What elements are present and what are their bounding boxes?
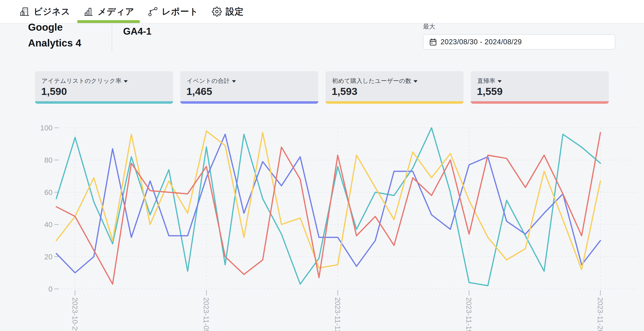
- x-axis-label: 2023-11-12: [334, 297, 342, 331]
- y-axis-label: 60: [44, 188, 52, 196]
- series-line-0: [56, 128, 600, 286]
- y-axis-label: 20: [44, 252, 52, 261]
- y-axis-label: 100: [40, 124, 52, 132]
- page: ビジネス メディア レポート 設定 Google Analytics 4 GA4…: [0, 0, 644, 331]
- x-axis-label: 2023-11-19: [465, 297, 473, 331]
- series-line-3: [56, 133, 600, 284]
- y-axis-label: 80: [44, 156, 52, 164]
- x-axis-label: 2023-11-05: [202, 297, 210, 331]
- x-axis-label: 2023-10-29: [71, 297, 79, 331]
- line-chart[interactable]: 0204060801002023-10-292023-11-052023-11-…: [0, 0, 644, 331]
- y-axis-label: 0: [48, 285, 52, 293]
- y-axis-label: 40: [44, 220, 52, 229]
- x-axis-label: 2023-11-26: [596, 297, 604, 331]
- series-line-2: [56, 131, 600, 270]
